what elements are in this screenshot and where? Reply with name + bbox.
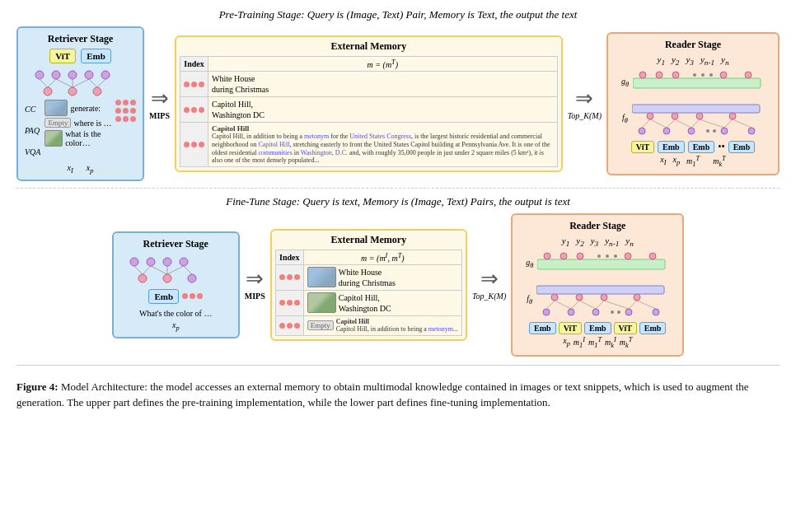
reader-bottom-labels-pretrain: ViT Emb Emb •• Emb: [631, 141, 755, 153]
ft-mki-reader: mkI: [605, 336, 616, 349]
svg-point-20: [745, 72, 752, 78]
svg-line-34: [642, 119, 650, 128]
svg-point-63: [597, 254, 601, 258]
memory-table-pretrain: Index m = (mT) White Houseduring Christm…: [180, 56, 558, 167]
caption-section: Figure 4: Model Architecture: the model …: [16, 365, 780, 411]
vit-emb-row: ViT Emb: [49, 49, 111, 63]
ft-retriever-box: Retriever Stage Emb: [112, 231, 240, 338]
svg-line-76: [546, 301, 555, 309]
vit-label: ViT: [49, 49, 76, 63]
svg-point-4: [101, 71, 110, 79]
svg-line-38: [691, 119, 700, 128]
svg-point-21: [693, 73, 696, 77]
paq-row: Empty where is …: [44, 118, 113, 128]
svg-point-6: [68, 87, 77, 96]
yn: yn: [721, 54, 728, 67]
svg-point-60: [577, 253, 583, 259]
y-labels-pretrain: y1 y2 y3 yn-1 yn: [658, 54, 729, 67]
svg-point-32: [729, 113, 736, 119]
svg-rect-75: [536, 286, 664, 294]
fine-tune-diagram: Retriever Stage Emb: [16, 213, 780, 357]
svg-line-52: [143, 266, 151, 274]
ft-index-col: Index: [275, 250, 303, 264]
svg-point-44: [130, 258, 138, 266]
ft-memory-row-2: Capitol Hill,Washington DC: [275, 290, 461, 315]
ft-memory-row-1: White Houseduring Christmas: [275, 264, 461, 290]
memory-text-1: White Houseduring Christmas: [208, 72, 558, 97]
empty-tag: Empty: [44, 118, 71, 128]
svg-point-69: [625, 309, 632, 315]
g-theta-label: gθ: [621, 77, 629, 88]
y2: y2: [672, 54, 679, 67]
cc-text: generate:: [70, 104, 101, 113]
mips-label-pretrain: MIPS: [149, 111, 170, 120]
svg-point-74: [634, 294, 640, 301]
ft-m1t-reader: m1T: [588, 336, 602, 349]
svg-point-50: [188, 274, 196, 282]
ft-mem-row-3-inner: Empty Capitol HillCapitol Hill, in addit…: [307, 318, 458, 334]
ft-memory-cell-1: White Houseduring Christmas: [303, 264, 461, 290]
ft-yn: yn: [625, 236, 633, 248]
ft-dot-row-2: [275, 290, 303, 315]
dot-row-3: [180, 123, 208, 166]
svg-point-17: [656, 72, 663, 78]
xp-label: xp: [87, 163, 94, 175]
ft-emb-label: Emb: [148, 289, 179, 304]
svg-line-9: [48, 79, 56, 87]
svg-point-71: [551, 294, 558, 301]
pre-train-reader-title: Reader Stage: [665, 39, 721, 51]
svg-point-65: [614, 254, 617, 258]
pre-train-memory-title: External Memory: [331, 40, 407, 53]
xi-reader: xI: [660, 155, 666, 168]
svg-line-8: [40, 79, 48, 87]
ft-retriever-title: Retriever Stage: [143, 238, 208, 250]
ft-memory-cell-2: Capitol Hill,Washington DC: [303, 290, 461, 315]
dot-row-2: [180, 97, 208, 123]
svg-line-81: [604, 301, 629, 309]
ft-x-labels: xp m1I m1T mkI mkT: [563, 336, 632, 349]
snippet-title: Capitol Hill: [212, 124, 554, 133]
ft-memory-row-3: Empty Capitol HillCapitol Hill, in addit…: [275, 315, 461, 335]
svg-line-83: [637, 301, 656, 309]
y3: y3: [686, 54, 693, 67]
ft-y3: y3: [591, 236, 598, 248]
paq-label: PAQ: [25, 121, 40, 139]
ft-y1: y1: [562, 236, 569, 248]
svg-point-85: [617, 310, 620, 314]
index-col-header: Index: [180, 57, 208, 72]
topk-col-ft: ⇒ Top_K(M): [472, 268, 506, 301]
svg-line-13: [89, 79, 97, 87]
svg-point-49: [163, 274, 171, 282]
ft-mem-img-1: [307, 267, 336, 287]
emb-label: Emb: [81, 49, 111, 63]
svg-point-30: [672, 113, 678, 119]
xi-xp-labels: xI xp: [68, 163, 94, 175]
yn-1: yn-1: [700, 54, 714, 67]
caption-body: Model Architecture: the model accesses a…: [16, 380, 749, 409]
m1t-reader: m1T: [686, 155, 700, 168]
topk-col-pretrain: ⇒ Top_K(M): [568, 88, 602, 120]
retriever-network-svg: [27, 67, 134, 100]
ft-xp-label: xp: [172, 320, 180, 332]
svg-point-27: [721, 128, 728, 134]
topk-label-ft: Top_K(M): [472, 292, 506, 301]
ft-mips-arrow: ⇒: [246, 268, 264, 290]
svg-line-78: [571, 301, 579, 309]
g-theta-network: [633, 70, 765, 95]
ft-reader-emb-xp: Emb: [529, 322, 556, 334]
svg-point-18: [672, 72, 679, 78]
ft-dots: [182, 293, 203, 299]
xi-label: xI: [68, 163, 73, 175]
svg-point-0: [35, 71, 44, 79]
svg-point-58: [544, 253, 550, 259]
reader-emb-2: Emb: [688, 141, 715, 153]
svg-point-31: [696, 113, 703, 119]
mk-spacer: mkT: [713, 155, 726, 168]
svg-line-36: [667, 119, 675, 128]
svg-line-53: [151, 266, 167, 274]
ft-reader-vit-1: ViT: [559, 322, 582, 334]
svg-line-55: [167, 266, 184, 274]
fine-tune-title: Fine-Tune Stage: Query is text, Memory i…: [16, 195, 780, 208]
svg-line-82: [629, 301, 637, 309]
svg-point-2: [68, 71, 77, 79]
